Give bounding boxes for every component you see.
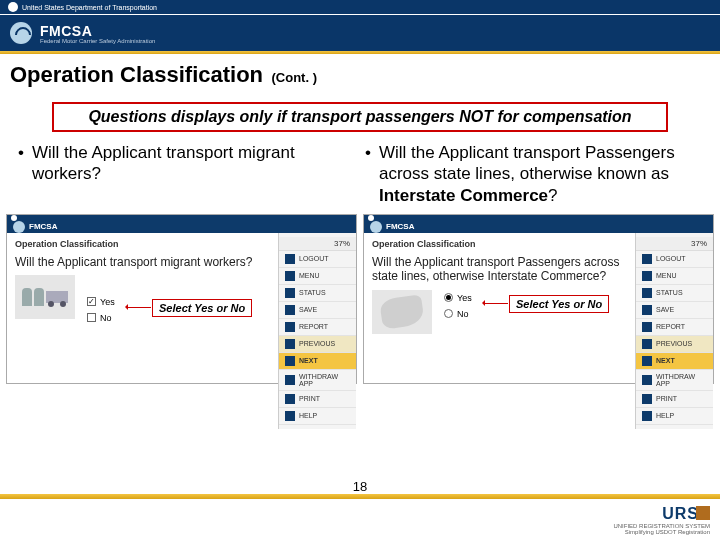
brand-bar: FMCSA Federal Motor Carrier Safety Admin… — [0, 15, 720, 51]
side-status[interactable]: STATUS — [636, 285, 713, 302]
option-yes[interactable]: ✓Yes — [87, 297, 115, 307]
gov-topbar-text: United States Department of Transportati… — [22, 4, 157, 11]
mini-sidebar: 37% LOGOUT MENU STATUS SAVE REPORT PREVI… — [635, 233, 713, 429]
bullet-right-text: Will the Applicant transport Passengers … — [379, 142, 702, 206]
status-icon — [285, 288, 295, 298]
seal-icon — [8, 2, 18, 12]
side-logout[interactable]: LOGOUT — [636, 251, 713, 268]
screenshot-row: FMCSA Operation Classification Will the … — [0, 214, 720, 384]
bullet-right: • Will the Applicant transport Passenger… — [365, 142, 702, 206]
heading-main: Operation Classification — [10, 62, 263, 87]
side-menu[interactable]: MENU — [636, 268, 713, 285]
arrow-icon — [127, 307, 151, 308]
mini-question: Will the Applicant transport migrant wor… — [15, 255, 270, 269]
option-no[interactable]: No — [444, 309, 472, 319]
brand-name: FMCSA — [40, 23, 155, 39]
mini-question: Will the Applicant transport Passengers … — [372, 255, 627, 284]
withdraw-icon — [642, 375, 652, 385]
bullet-icon: • — [365, 142, 371, 206]
select-callout: Select Yes or No — [152, 299, 252, 317]
side-next[interactable]: NEXT — [636, 353, 713, 370]
urs-logo-block: URS UNIFIED REGISTRATION SYSTEM Simplify… — [613, 505, 710, 535]
print-icon — [285, 394, 295, 404]
bullet-left-text: Will the Applicant transport migrant wor… — [32, 142, 355, 206]
withdraw-icon — [285, 375, 295, 385]
status-icon — [642, 288, 652, 298]
side-previous[interactable]: PREVIOUS — [279, 336, 356, 353]
fmcsa-logo-icon — [370, 221, 382, 233]
mini-sidebar: 37% LOGOUT MENU STATUS SAVE REPORT PREVI… — [278, 233, 356, 429]
mini-brandbar: FMCSA — [364, 221, 713, 233]
progress-pct: 37% — [279, 237, 356, 251]
side-save[interactable]: SAVE — [279, 302, 356, 319]
print-icon — [642, 394, 652, 404]
page-number: 18 — [353, 479, 367, 494]
screenshot-right: FMCSA Operation Classification Will the … — [363, 214, 714, 384]
logout-icon — [285, 254, 295, 264]
heading-sub: (Cont. ) — [272, 70, 317, 85]
select-callout: Select Yes or No — [509, 295, 609, 313]
condition-callout: Questions displays only if transport pas… — [52, 102, 668, 132]
side-previous[interactable]: PREVIOUS — [636, 336, 713, 353]
bullet-icon: • — [18, 142, 24, 206]
side-next[interactable]: NEXT — [279, 353, 356, 370]
urs-box-icon — [696, 506, 710, 520]
gov-topbar: United States Department of Transportati… — [0, 0, 720, 15]
side-save[interactable]: SAVE — [636, 302, 713, 319]
side-report[interactable]: REPORT — [279, 319, 356, 336]
previous-icon — [642, 339, 652, 349]
side-withdraw[interactable]: WITHDRAW APP — [636, 370, 713, 391]
side-menu[interactable]: MENU — [279, 268, 356, 285]
side-print[interactable]: PRINT — [279, 391, 356, 408]
side-status[interactable]: STATUS — [279, 285, 356, 302]
side-help[interactable]: HELP — [279, 408, 356, 425]
side-help[interactable]: HELP — [636, 408, 713, 425]
yes-no-options: ✓Yes No — [87, 297, 115, 323]
logout-icon — [642, 254, 652, 264]
report-icon — [642, 322, 652, 332]
mini-page-title: Operation Classification — [15, 239, 270, 249]
option-yes[interactable]: Yes — [444, 293, 472, 303]
arrow-icon — [484, 303, 508, 304]
urs-subtitle: UNIFIED REGISTRATION SYSTEM — [613, 523, 710, 529]
fmcsa-logo-icon — [13, 221, 25, 233]
previous-icon — [285, 339, 295, 349]
bullet-left: • Will the Applicant transport migrant w… — [18, 142, 355, 206]
side-withdraw[interactable]: WITHDRAW APP — [279, 370, 356, 391]
screenshot-left: FMCSA Operation Classification Will the … — [6, 214, 357, 384]
mini-brandbar: FMCSA — [7, 221, 356, 233]
urs-logo: URS — [613, 505, 710, 523]
yes-no-options: Yes No — [444, 293, 472, 319]
bullet-row: • Will the Applicant transport migrant w… — [0, 138, 720, 214]
menu-icon — [642, 271, 652, 281]
side-print[interactable]: PRINT — [636, 391, 713, 408]
next-icon — [285, 356, 295, 366]
option-no[interactable]: No — [87, 313, 115, 323]
progress-pct: 37% — [636, 237, 713, 251]
mini-page-title: Operation Classification — [372, 239, 627, 249]
mini-brand-name: FMCSA — [29, 222, 57, 231]
interstate-map-icon — [372, 290, 432, 334]
mini-brand-name: FMCSA — [386, 222, 414, 231]
migrant-workers-icon — [15, 275, 75, 319]
help-icon — [285, 411, 295, 421]
menu-icon — [285, 271, 295, 281]
brand-sub: Federal Motor Carrier Safety Administrat… — [40, 38, 155, 44]
save-icon — [285, 305, 295, 315]
side-report[interactable]: REPORT — [636, 319, 713, 336]
help-icon — [642, 411, 652, 421]
save-icon — [642, 305, 652, 315]
slide-heading: Operation Classification (Cont. ) — [0, 54, 720, 92]
next-icon — [642, 356, 652, 366]
report-icon — [285, 322, 295, 332]
slide-footer: 18 URS UNIFIED REGISTRATION SYSTEM Simpl… — [0, 494, 720, 540]
side-logout[interactable]: LOGOUT — [279, 251, 356, 268]
fmcsa-logo-icon — [10, 22, 32, 44]
urs-tagline: Simplifying USDOT Registration — [613, 529, 710, 535]
